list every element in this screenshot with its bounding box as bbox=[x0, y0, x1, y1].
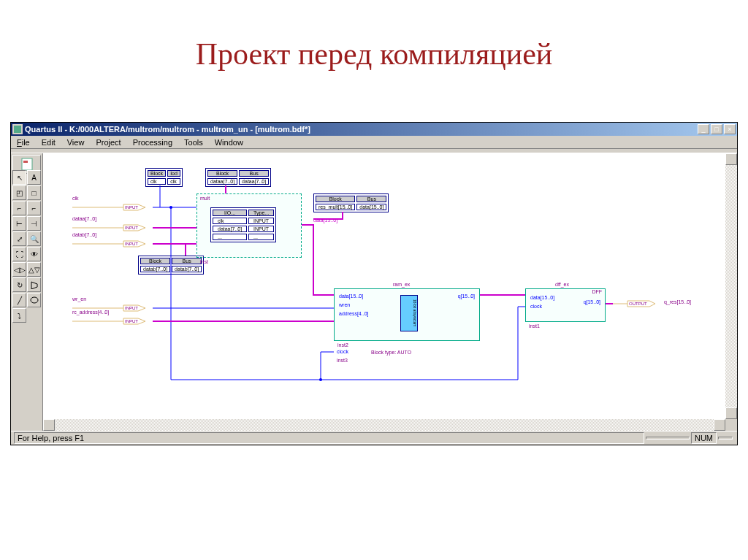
status-help-text: For Help, press F1 bbox=[14, 432, 644, 444]
tool-arc[interactable]: ⤵ bbox=[12, 308, 26, 323]
tool-zoom[interactable]: 🔍 bbox=[27, 231, 41, 246]
svg-rect-1 bbox=[22, 158, 32, 170]
conduit-datab[interactable]: BlockBus datab[7..0]datab[7..0] bbox=[138, 256, 204, 275]
menu-project[interactable]: Project bbox=[90, 138, 126, 147]
svg-text:INPUT: INPUT bbox=[125, 226, 138, 230]
svg-point-10 bbox=[319, 378, 322, 381]
svg-rect-0 bbox=[14, 126, 21, 133]
svg-rect-2 bbox=[23, 161, 28, 163]
menubar: File Edit View Project Processing Tools … bbox=[11, 136, 737, 149]
conduit-dataa[interactable]: BlockBus dataa[7..0]dataa[7..0] bbox=[205, 168, 271, 187]
tool-rotate[interactable]: ↻ bbox=[12, 277, 26, 292]
menu-window[interactable]: Window bbox=[209, 138, 249, 147]
menu-file[interactable]: File bbox=[11, 138, 36, 147]
minimize-button[interactable]: _ bbox=[698, 124, 709, 134]
slide-title: Проект перед компиляцией bbox=[0, 0, 748, 93]
scrollbar-horizontal[interactable] bbox=[43, 419, 737, 431]
tool-partial-line[interactable]: ⊣ bbox=[27, 216, 41, 231]
input-pin-datab[interactable]: datab[7..0] INPUT bbox=[72, 239, 153, 249]
close-button[interactable]: × bbox=[724, 124, 736, 134]
maximize-button[interactable]: □ bbox=[711, 124, 722, 134]
output-pin-qres[interactable]: OUTPUT q_res[15..0] bbox=[613, 299, 701, 309]
tool-symbol[interactable]: ◰ bbox=[12, 185, 26, 200]
svg-text:INPUT: INPUT bbox=[125, 242, 138, 246]
svg-text:INPUT: INPUT bbox=[125, 319, 138, 323]
tool-palette: ↖ A ◰ □ ⌐ ⌐ ⊢ ⊣ ⤢ 🔍 ⛶ 👁 ◁▷ △▽ ↻ ╱ ⤵ bbox=[11, 153, 43, 431]
scroll-left-icon[interactable] bbox=[43, 419, 55, 431]
scroll-right-icon[interactable] bbox=[714, 419, 725, 431]
titlebar-text: Quartus II - K:/000ALTERA/multrom/multro… bbox=[25, 125, 696, 134]
tool-fullscreen[interactable]: ⛶ bbox=[12, 247, 26, 261]
block-ram-ex[interactable]: ram_ex data[15..0] wren address[4..0] q[… bbox=[334, 288, 480, 341]
menu-processing[interactable]: Processing bbox=[127, 138, 178, 147]
tool-block[interactable]: □ bbox=[27, 185, 41, 200]
block-mult[interactable]: mult I/O...Type... clkINPUT dataa[7..0]I… bbox=[196, 193, 302, 258]
tool-rubberband[interactable]: ⤢ bbox=[12, 231, 26, 246]
menu-edit[interactable]: Edit bbox=[36, 138, 61, 147]
app-icon bbox=[12, 124, 23, 134]
menu-view[interactable]: View bbox=[61, 138, 91, 147]
svg-text:OUTPUT: OUTPUT bbox=[629, 302, 647, 306]
wire-label-data: data[15..0] bbox=[313, 218, 337, 223]
input-label: INPUT bbox=[125, 205, 138, 210]
tool-find[interactable]: 👁 bbox=[27, 247, 41, 261]
titlebar[interactable]: Quartus II - K:/000ALTERA/multrom/multro… bbox=[11, 123, 737, 136]
tool-ortho-node[interactable]: ⌐ bbox=[12, 201, 26, 215]
conduit-clk[interactable]: BlockIod clkclk bbox=[145, 168, 183, 187]
tool-ortho-bus[interactable]: ⌐ bbox=[27, 201, 41, 215]
svg-point-3 bbox=[31, 297, 38, 303]
app-window: Quartus II - K:/000ALTERA/multrom/multro… bbox=[10, 122, 738, 445]
svg-point-9 bbox=[169, 206, 172, 209]
scrollbar-vertical[interactable] bbox=[725, 153, 737, 419]
ram-clock-label: clock bbox=[337, 349, 348, 354]
tool-oval[interactable] bbox=[27, 293, 41, 307]
schematic-canvas[interactable]: clk INPUT dataa[7..0] INPUT datab[7..0] … bbox=[43, 153, 725, 419]
ram-clock-inst: inst3 bbox=[337, 358, 348, 363]
input-pin-address[interactable]: rc_address[4..0] INPUT bbox=[72, 317, 153, 326]
block-dff-ex[interactable]: dff_ex DFF data[15..0] clock q[15..0] in… bbox=[525, 288, 606, 322]
tool-flip-vertical[interactable]: △▽ bbox=[27, 262, 41, 277]
ram-core-icon: 16 bit altsynctam bbox=[400, 295, 418, 331]
scroll-up-icon[interactable] bbox=[725, 153, 737, 165]
conduit-resmult[interactable]: BlockBus res_mult[15..0]data[15..0] bbox=[313, 193, 389, 212]
scroll-down-icon[interactable] bbox=[725, 407, 737, 419]
statusbar: For Help, press F1 NUM bbox=[11, 431, 737, 445]
tool-line[interactable]: ╱ bbox=[12, 293, 26, 307]
tool-text[interactable]: A bbox=[27, 170, 41, 185]
tool-selection[interactable]: ↖ bbox=[12, 170, 26, 185]
tool-flip-horizontal[interactable]: ◁▷ bbox=[12, 262, 26, 277]
menu-tools[interactable]: Tools bbox=[178, 138, 209, 147]
input-pin-clk[interactable]: clk INPUT bbox=[72, 203, 153, 212]
status-num: NUM bbox=[691, 432, 717, 444]
svg-text:INPUT: INPUT bbox=[125, 306, 138, 310]
tool-mux-icon[interactable] bbox=[27, 277, 41, 292]
tool-conduit[interactable]: ⊢ bbox=[12, 216, 26, 231]
